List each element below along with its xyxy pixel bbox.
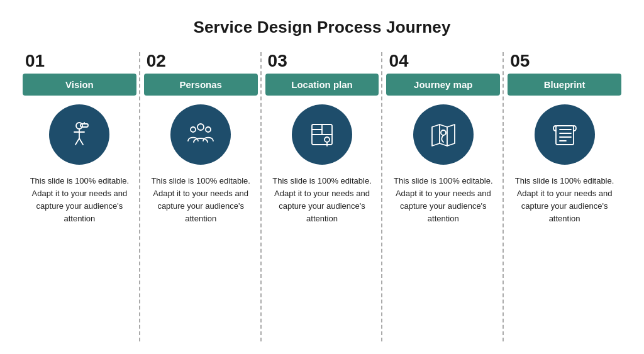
blueprint-icon <box>548 118 581 151</box>
step-4-column: 04 Journey map This slide is 100% editab… <box>382 52 504 341</box>
step-5-column: 05 Blueprint This slide is 100% editable… <box>504 52 625 341</box>
step-4-icon-circle <box>413 104 474 165</box>
step-4-description: This slide is 100% editable. Adapt it to… <box>386 175 500 226</box>
page-title: Service Design Process Journey <box>193 18 450 37</box>
step-3-icon-circle <box>292 104 352 165</box>
svg-point-9 <box>206 127 211 132</box>
step-2-description: This slide is 100% editable. Adapt it to… <box>144 175 258 226</box>
step-4-label: Journey map <box>386 74 500 96</box>
step-2-icon-circle <box>170 104 231 165</box>
step-3-label: Location plan <box>265 74 379 96</box>
step-5-number: 05 <box>510 52 530 70</box>
svg-line-3 <box>75 138 79 145</box>
vision-icon <box>63 118 96 151</box>
svg-rect-19 <box>556 126 574 145</box>
journey-map-icon <box>427 118 460 151</box>
step-5-description: This slide is 100% editable. Adapt it to… <box>508 175 621 226</box>
step-1-number: 01 <box>25 52 45 70</box>
slide: Service Design Process Journey 01 Vision <box>0 0 644 354</box>
step-5-label: Blueprint <box>508 74 621 96</box>
step-2-label: Personas <box>144 74 258 96</box>
svg-point-8 <box>191 127 196 132</box>
svg-point-7 <box>197 124 204 130</box>
step-1-description: This slide is 100% editable. Adapt it to… <box>23 175 136 226</box>
step-5-icon-circle <box>535 104 595 165</box>
svg-point-18 <box>441 130 446 135</box>
personas-icon <box>184 118 217 151</box>
location-plan-icon <box>306 118 338 151</box>
columns-container: 01 Vision This slide is 100% editable. A… <box>19 52 625 341</box>
step-1-column: 01 Vision This slide is 100% editable. A… <box>19 52 140 341</box>
step-4-number: 04 <box>389 52 408 70</box>
step-1-label: Vision <box>23 74 136 96</box>
step-2-column: 02 Personas This slide is 100% editable.… <box>140 52 262 341</box>
step-1-icon-circle <box>49 104 109 165</box>
step-3-column: 03 Location plan This slide is 100% edit… <box>262 52 383 341</box>
svg-line-4 <box>79 138 83 145</box>
step-3-description: This slide is 100% editable. Adapt it to… <box>265 175 379 226</box>
step-2-number: 02 <box>147 52 166 70</box>
svg-point-14 <box>325 137 330 142</box>
step-3-number: 03 <box>268 52 287 70</box>
